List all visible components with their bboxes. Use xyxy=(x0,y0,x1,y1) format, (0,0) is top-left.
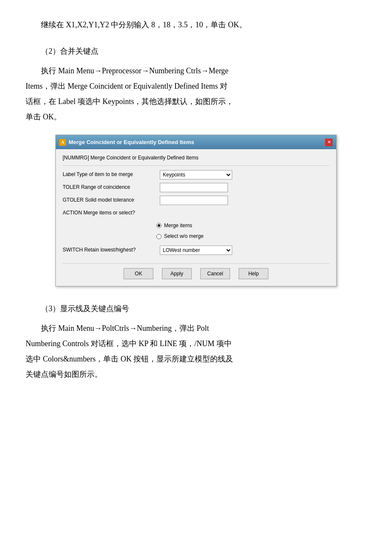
dialog-header-text: [NUMMRG] Merge Coincident or Equivalentl… xyxy=(63,153,329,166)
ok-button[interactable]: OK xyxy=(124,268,153,279)
merge-dialog: A Merge Coincident or Equivalently Defin… xyxy=(55,135,337,286)
dialog-label-row: Label Type of item to be merge Keypoints xyxy=(63,170,329,179)
paragraph-1-text: 继续在 X1,X2,Y1,Y2 中分别输入 8，18，3.5，10，单击 OK。 xyxy=(41,20,247,29)
radio-group: Merge items Select w/o merge xyxy=(156,221,329,241)
radio-select-row[interactable]: Select w/o merge xyxy=(156,232,329,241)
paragraph-3: 执行 Main Menu→PoltCtrls→Numbering，弹出 Polt… xyxy=(26,321,366,382)
radio-merge-circle xyxy=(156,223,161,228)
dialog-title: Merge Coincident or Equivalently Defined… xyxy=(69,137,194,147)
dialog-action-row: ACTION Merge items or select? xyxy=(63,208,329,218)
dialog-app-icon: A xyxy=(59,139,66,146)
dialog-close-button[interactable]: ✕ xyxy=(325,139,333,146)
dialog-switch-row: SWITCH Retain lowest/highest? LOWest num… xyxy=(63,246,329,255)
toler-input[interactable] xyxy=(160,183,228,192)
label-field-label: Label Type of item to be merge xyxy=(63,170,156,179)
radio-merge-row[interactable]: Merge items xyxy=(156,221,329,231)
toler-field-label: TOLER Range of coincidence xyxy=(63,183,156,192)
paragraph-2: 执行 Main Menu→Preprocessor→Numbering Ctrl… xyxy=(26,63,366,124)
dialog-body: [NUMMRG] Merge Coincident or Equivalentl… xyxy=(56,149,336,286)
gtoler-input[interactable] xyxy=(160,196,228,205)
section-2-title: （2）合并关键点 xyxy=(26,43,366,59)
dialog-titlebar: A Merge Coincident or Equivalently Defin… xyxy=(56,135,336,149)
dialog-toler-row: TOLER Range of coincidence xyxy=(63,183,329,192)
help-button[interactable]: Help xyxy=(239,268,268,279)
switch-select[interactable]: LOWest number xyxy=(160,246,232,255)
cancel-button[interactable]: Cancel xyxy=(200,268,230,279)
apply-button[interactable]: Apply xyxy=(162,268,192,279)
dialog-gtoler-row: GTOLER Solid model tolerance xyxy=(63,196,329,205)
radio-select-circle xyxy=(156,234,161,239)
paragraph-1: 继续在 X1,X2,Y1,Y2 中分别输入 8，18，3.5，10，单击 OK。 xyxy=(26,17,366,32)
dialog-buttons: OK Apply Cancel Help xyxy=(63,263,329,279)
label-select[interactable]: Keypoints xyxy=(160,170,232,179)
radio-merge-label: Merge items xyxy=(164,221,192,231)
action-field-label: ACTION Merge items or select? xyxy=(63,208,156,218)
dialog-titlebar-left: A Merge Coincident or Equivalently Defin… xyxy=(59,137,194,147)
gtoler-field-label: GTOLER Solid model tolerance xyxy=(63,196,156,205)
switch-field-label: SWITCH Retain lowest/highest? xyxy=(63,246,156,255)
radio-select-label: Select w/o merge xyxy=(164,232,204,241)
section-3-title: （3）显示线及关键点编号 xyxy=(26,301,366,316)
